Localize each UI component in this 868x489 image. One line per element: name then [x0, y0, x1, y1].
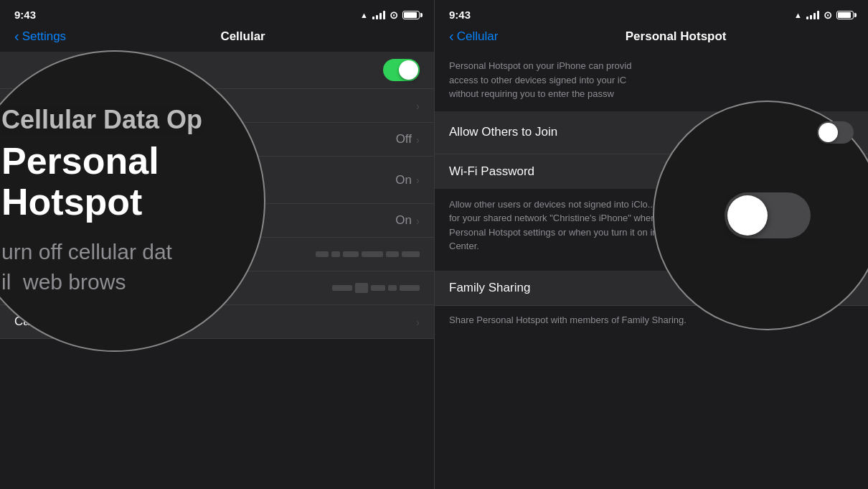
calls-right: On › [395, 213, 420, 228]
calls-chevron-icon: › [416, 215, 420, 227]
right-status-bar: 9:43 ▲ ⊙ [435, 0, 868, 25]
right-wifi-icon: ⊙ [824, 9, 832, 21]
right-signal-bars-icon [806, 11, 819, 19]
wifi-password-row[interactable]: Wi-Fi Password [435, 154, 868, 189]
usage-label: Usage [14, 281, 49, 295]
right-nav-title: Personal Hotspot [498, 29, 854, 44]
family-sharing-row[interactable]: Family Sharing › [435, 271, 868, 306]
allow-others-label: Allow Others to Join [449, 125, 557, 139]
usage-row[interactable]: Usage [0, 271, 434, 305]
cellular-data-toggle[interactable] [383, 59, 420, 81]
location-icon: ▲ [360, 11, 368, 19]
off-value: Off [396, 132, 412, 146]
left-status-bar: 9:43 ▲ ⊙ [0, 0, 434, 25]
off-row-right: Off › [396, 132, 420, 146]
right-nav-bar: ‹ Cellular Personal Hotspot [435, 25, 868, 52]
carrier-services-row[interactable]: Carrier Services › [0, 305, 434, 339]
on-chevron-icon: › [416, 174, 420, 186]
roaming-row[interactable]: Roaming Off › [0, 89, 434, 123]
right-location-icon: ▲ [794, 11, 802, 19]
on-value: On [395, 173, 412, 187]
allow-others-row[interactable]: Allow Others to Join [435, 111, 868, 154]
family-sharing-label: Family Sharing [449, 281, 530, 295]
off-row[interactable]: Off › [0, 123, 434, 157]
right-battery-icon [836, 11, 854, 19]
family-sharing-chevron-icon: › [850, 281, 854, 294]
cellular-plans-blur [316, 251, 420, 257]
left-settings-list: Roaming Off › Off › a to Wi-Fi, includin… [0, 89, 434, 339]
left-nav-title: Cellular [66, 29, 420, 44]
on-label: a to Wi-Fi, includingcations. [14, 166, 395, 194]
cellular-plans-label: Cellular Plans [14, 247, 90, 261]
off-chevron-icon: › [416, 134, 420, 146]
cellular-back-button[interactable]: ‹ Cellular [449, 28, 498, 45]
on-row[interactable]: a to Wi-Fi, includingcations. On › [0, 157, 434, 204]
battery-icon [402, 11, 420, 19]
allow-others-footer: Allow other users or devices not signed … [435, 190, 868, 265]
back-label: Settings [22, 29, 66, 44]
wifi-icon: ⊙ [390, 9, 398, 21]
carrier-services-label: Carrier Services [14, 315, 102, 329]
carrier-chevron-icon: › [416, 316, 420, 328]
calls-other-devices-row[interactable]: Calls on Other Devices On › [0, 204, 434, 238]
calls-label: Calls on Other Devices [14, 213, 139, 228]
on-row-right: On › [395, 173, 420, 187]
right-back-arrow-icon: ‹ [449, 28, 454, 45]
left-phone-panel: 9:43 ▲ ⊙ ‹ Settings Cellular [0, 0, 434, 489]
usage-blur [332, 283, 420, 293]
right-status-icons: ▲ ⊙ [794, 9, 854, 21]
hotspot-description: Personal Hotspot on your iPhone can prov… [435, 52, 868, 111]
left-status-icons: ▲ ⊙ [360, 9, 420, 21]
cellular-data-toggle-row [0, 52, 434, 89]
signal-bars-icon [372, 11, 385, 19]
allow-others-toggle[interactable] [817, 121, 854, 144]
cellular-plans-row[interactable]: Cellular Plans [0, 238, 434, 271]
settings-back-button[interactable]: ‹ Settings [14, 28, 66, 45]
back-arrow-icon: ‹ [14, 28, 19, 45]
left-nav-bar: ‹ Settings Cellular [0, 25, 434, 52]
wifi-password-label: Wi-Fi Password [449, 164, 534, 179]
right-back-label: Cellular [457, 29, 499, 44]
roaming-chevron-icon: › [416, 100, 420, 112]
left-time: 9:43 [14, 9, 36, 21]
family-sharing-description: Share Personal Hotspot with members of F… [435, 306, 868, 335]
right-time: 9:43 [449, 9, 471, 21]
right-phone-panel: 9:43 ▲ ⊙ ‹ Cellular Personal Hotspot Per… [434, 0, 868, 489]
calls-value: On [395, 213, 412, 228]
roaming-label: Roaming Off [14, 98, 82, 113]
